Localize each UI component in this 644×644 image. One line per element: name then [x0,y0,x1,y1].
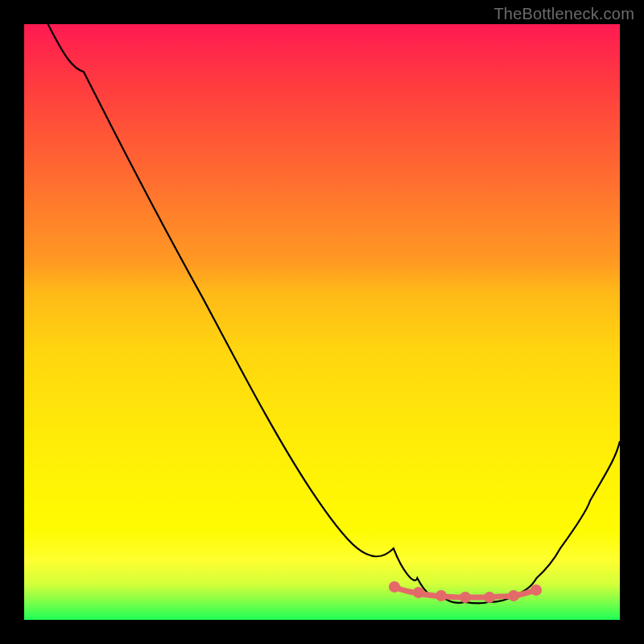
svg-point-1 [415,589,421,595]
svg-point-4 [486,594,492,600]
watermark-label: TheBottleneck.com [493,5,634,23]
bottleneck-curve [48,24,620,603]
svg-point-2 [438,592,444,598]
plot-area [24,24,620,620]
curve-svg [24,24,620,620]
chart-frame: TheBottleneck.com [0,0,644,644]
svg-point-5 [510,592,516,598]
svg-point-3 [462,594,468,600]
svg-point-6 [533,587,539,592]
svg-point-0 [391,584,397,589]
valley-highlight [391,584,539,600]
